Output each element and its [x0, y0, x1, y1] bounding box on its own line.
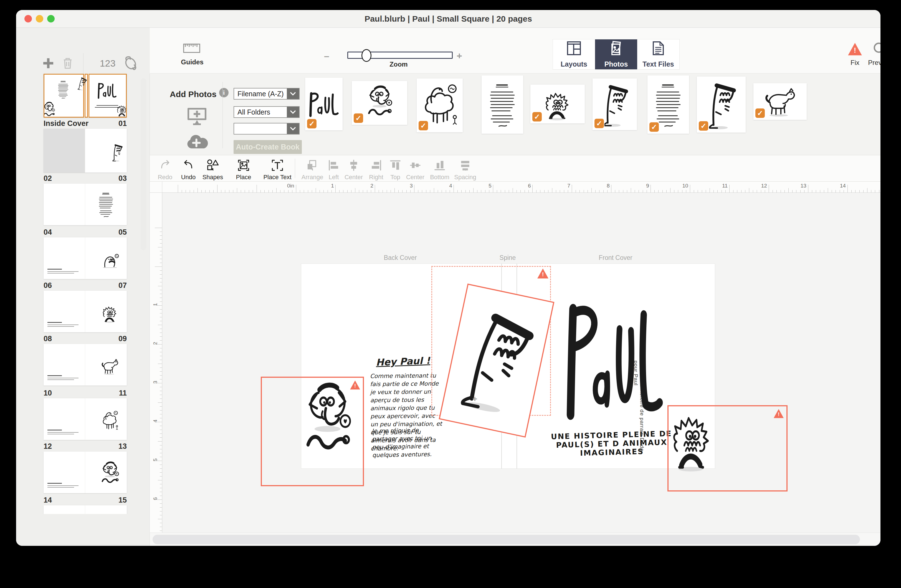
left-page[interactable]	[44, 184, 85, 225]
left-page[interactable]	[44, 452, 85, 493]
ruler-label: 8	[607, 183, 610, 189]
folders-dropdown-value: All Folders	[234, 108, 287, 116]
left-page[interactable]	[44, 237, 85, 279]
left-page[interactable]	[44, 129, 85, 173]
zoom-slider-knob[interactable]	[362, 49, 371, 62]
frame-center-marker-icon: +	[472, 394, 477, 404]
sidebar-scrollbar[interactable]	[141, 78, 146, 250]
zoom-out-button[interactable]: –	[324, 50, 329, 61]
guides-icon[interactable]	[182, 42, 201, 55]
left-page[interactable]	[44, 505, 85, 514]
place-text-tool[interactable]: Place Text	[262, 158, 293, 181]
photo-thumbnail-text-page[interactable]: ✓	[647, 75, 689, 134]
sort-dropdown[interactable]: Filename (A-Z)	[234, 88, 299, 100]
preview-label[interactable]: Preview	[863, 59, 881, 67]
back-cover-paragraph-2[interactable]: Je me réjouis de partager avec toi un pe…	[372, 426, 442, 459]
image-warning-icon[interactable]	[537, 268, 549, 278]
spacing-tool[interactable]: Spacing	[450, 158, 480, 181]
right-page[interactable]	[85, 344, 127, 385]
sidebar-toolbar: 123	[16, 28, 150, 73]
add-page-button[interactable]	[41, 56, 56, 71]
add-from-cloud-icon[interactable]	[184, 132, 210, 151]
spread-label: 0405	[44, 228, 127, 237]
pages-sidebar: Back CoverFront Cover Inside Cover010203…	[16, 73, 150, 546]
spread-thumbnail-cover[interactable]	[44, 74, 127, 118]
canvas-horizontal-scrollbar[interactable]	[150, 532, 881, 546]
photo-used-checkbox[interactable]: ✓	[594, 118, 605, 129]
photo-used-checkbox[interactable]: ✓	[418, 120, 429, 131]
photo-used-checkbox[interactable]: ✓	[649, 122, 659, 132]
right-page[interactable]	[85, 291, 127, 332]
spread-label: 0809	[44, 334, 127, 343]
text-page-art	[56, 79, 70, 100]
dino-art	[111, 141, 123, 164]
paint-bucket-icon[interactable]	[123, 55, 140, 72]
left-page[interactable]	[44, 344, 85, 385]
photo-thumbnail-text-page[interactable]	[482, 75, 523, 134]
app-window: Paul.blurb | Paul | Small Square | 20 pa…	[16, 10, 881, 546]
add-from-computer-icon[interactable]	[186, 106, 208, 126]
right-page[interactable]	[85, 452, 127, 493]
fix-warning-icon[interactable]	[848, 43, 862, 56]
right-page[interactable]	[85, 129, 127, 173]
photo-thumbnail-dino[interactable]: ✓	[592, 78, 637, 130]
text-page-art	[485, 79, 520, 130]
filter-dropdown[interactable]	[234, 123, 299, 134]
spread-thumbnail-10[interactable]	[44, 398, 127, 440]
vertical-ruler: 1234567	[150, 193, 162, 532]
spread-label: 0203	[44, 174, 127, 183]
scrollbar-thumb[interactable]	[153, 535, 860, 544]
image-warning-icon[interactable]	[774, 409, 784, 418]
folders-dropdown[interactable]: All Folders	[234, 106, 299, 118]
spread-list: Back CoverFront Cover Inside Cover010203…	[16, 73, 150, 514]
photo-thumbnail-dino[interactable]: ✓	[697, 76, 746, 133]
preview-icon[interactable]	[871, 41, 881, 58]
horse-art	[99, 358, 121, 375]
photo-used-checkbox[interactable]: ✓	[353, 113, 364, 123]
ruler-label: 9	[646, 183, 649, 189]
auto-create-book-button[interactable]: Auto-Create Book	[234, 140, 302, 154]
ruler-label: 5	[488, 183, 491, 189]
chevron-down-icon	[287, 123, 299, 134]
left-page[interactable]	[44, 291, 85, 332]
spread-thumbnail-08[interactable]	[44, 344, 127, 385]
paul-logo-art	[97, 78, 118, 102]
photo-thumbnail-horse[interactable]: ✓	[753, 83, 807, 120]
right-page[interactable]	[85, 398, 127, 440]
tab-text-files[interactable]: Text Files	[637, 39, 680, 69]
spread-thumbnail-inside-cover[interactable]	[44, 129, 127, 173]
info-icon[interactable]: i	[219, 88, 229, 97]
spread-thumbnail-14[interactable]	[44, 505, 127, 514]
photo-thumbnail-elephant[interactable]: ✓	[352, 81, 407, 125]
photo-thumbnail-monster[interactable]: ✓	[530, 84, 585, 123]
right-page[interactable]	[85, 505, 127, 514]
photo-used-checkbox[interactable]: ✓	[698, 121, 709, 131]
right-page[interactable]	[85, 184, 127, 225]
right-page[interactable]	[85, 237, 127, 279]
page-numbers-button[interactable]: 123	[97, 57, 119, 69]
front-cover-half[interactable]	[89, 74, 127, 118]
photo-thumbnail-paul-logo[interactable]: ✓	[305, 78, 343, 130]
ruler-label: 1	[331, 183, 334, 189]
tab-layouts[interactable]: Layouts	[553, 39, 595, 69]
delete-page-icon[interactable]	[60, 56, 75, 71]
shapes-tool[interactable]: Shapes	[198, 158, 228, 181]
back-cover-heading[interactable]: Hey Paul !	[376, 355, 430, 368]
left-page[interactable]	[44, 398, 85, 440]
tab-photos[interactable]: Photos	[595, 39, 637, 69]
spread-thumbnail-02[interactable]	[44, 184, 127, 225]
cover-title-paul-art[interactable]	[560, 291, 669, 427]
canvas[interactable]: Back Cover Spine Front Cover Hey Paul ! …	[162, 193, 881, 532]
photo-used-checkbox[interactable]: ✓	[532, 111, 542, 122]
spread-thumbnail-06[interactable]	[44, 291, 127, 332]
photo-used-checkbox[interactable]: ✓	[755, 108, 765, 119]
photo-used-checkbox[interactable]: ✓	[307, 119, 317, 129]
back-cover-label: Back Cover	[384, 254, 417, 262]
photo-thumbnail-sheep[interactable]: ✓	[417, 78, 463, 132]
cover-subtitle[interactable]: UNE HISTOIRE PLEINE DE PAUL(S) ET D ANIM…	[534, 429, 690, 459]
guides-label[interactable]: Guides	[176, 58, 209, 66]
ruler-label: 14	[840, 183, 846, 189]
spread-thumbnail-04[interactable]	[44, 237, 127, 279]
zoom-in-button[interactable]: +	[457, 50, 462, 61]
spread-thumbnail-12[interactable]	[44, 452, 127, 493]
